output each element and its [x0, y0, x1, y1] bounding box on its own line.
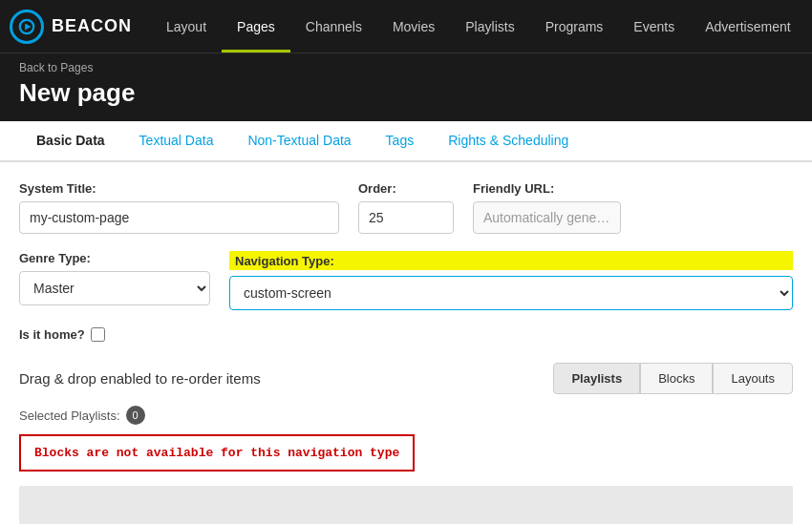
- logo: BEACON: [10, 10, 132, 44]
- genre-type-select[interactable]: Master: [19, 271, 210, 305]
- is-home-checkbox[interactable]: [91, 327, 105, 342]
- page-header: Back to Pages New page: [0, 52, 812, 121]
- is-home-label: Is it home?: [19, 327, 85, 342]
- tab-textual-data[interactable]: Textual Data: [122, 121, 231, 162]
- form-row-1: System Title: Order: Friendly URL: Autom…: [19, 181, 793, 234]
- nav-type-select[interactable]: custom-screen: [229, 276, 793, 310]
- nav-type-group: Navigation Type: custom-screen: [229, 251, 793, 310]
- top-navigation: BEACON Layout Pages Channels Movies Play…: [0, 0, 812, 52]
- selected-playlists-label: Selected Playlists:: [19, 409, 120, 423]
- order-label: Order:: [358, 181, 454, 196]
- tab-rights-scheduling[interactable]: Rights & Scheduling: [431, 121, 586, 162]
- system-title-group: System Title:: [19, 181, 339, 234]
- tabs-bar: Basic Data Textual Data Non-Textual Data…: [0, 121, 812, 162]
- nav-links: Layout Pages Channels Movies Playlists P…: [151, 0, 806, 52]
- friendly-url-value: Automatically generated b: [473, 201, 621, 234]
- bottom-content-area: [19, 486, 793, 524]
- order-input[interactable]: [358, 201, 454, 234]
- layouts-button[interactable]: Layouts: [713, 363, 793, 394]
- nav-item-movies[interactable]: Movies: [377, 0, 450, 52]
- tab-non-textual-data[interactable]: Non-Textual Data: [230, 121, 368, 162]
- drag-section-header: Drag & drop enabled to re-order items Pl…: [19, 363, 793, 394]
- blocks-button[interactable]: Blocks: [640, 363, 713, 394]
- system-title-label: System Title:: [19, 181, 339, 196]
- friendly-url-group: Friendly URL: Automatically generated b: [473, 181, 793, 234]
- logo-icon: [10, 10, 44, 44]
- selected-count-badge: 0: [126, 406, 145, 425]
- svg-marker-1: [25, 23, 31, 30]
- nav-item-pages[interactable]: Pages: [222, 0, 290, 52]
- logo-text: BEACON: [52, 16, 132, 36]
- genre-type-group: Genre Type: Master: [19, 251, 210, 305]
- nav-item-events[interactable]: Events: [618, 0, 690, 52]
- tab-tags[interactable]: Tags: [369, 121, 432, 162]
- nav-item-programs[interactable]: Programs: [530, 0, 619, 52]
- form-row-2: Genre Type: Master Navigation Type: cust…: [19, 251, 793, 310]
- nav-type-label: Navigation Type:: [235, 254, 334, 268]
- breadcrumb[interactable]: Back to Pages: [19, 61, 793, 74]
- view-toggle-buttons: Playlists Blocks Layouts: [553, 363, 793, 394]
- error-message-box: Blocks are not available for this naviga…: [19, 434, 415, 472]
- nav-item-channels[interactable]: Channels: [290, 0, 377, 52]
- friendly-url-label: Friendly URL:: [473, 181, 793, 196]
- selected-playlists-row: Selected Playlists: 0: [19, 406, 793, 425]
- genre-type-label: Genre Type:: [19, 251, 210, 265]
- is-home-row: Is it home?: [19, 327, 793, 342]
- playlists-button[interactable]: Playlists: [553, 363, 640, 394]
- error-message-text: Blocks are not available for this naviga…: [34, 446, 399, 460]
- order-group: Order:: [358, 181, 454, 234]
- nav-item-layout[interactable]: Layout: [151, 0, 222, 52]
- system-title-input[interactable]: [19, 201, 339, 234]
- nav-item-playlists[interactable]: Playlists: [450, 0, 529, 52]
- drag-label: Drag & drop enabled to re-order items: [19, 370, 261, 387]
- page-title: New page: [19, 78, 793, 108]
- tab-basic-data[interactable]: Basic Data: [19, 121, 122, 162]
- content-area: System Title: Order: Friendly URL: Autom…: [0, 162, 812, 524]
- nav-type-label-highlight: Navigation Type:: [229, 251, 793, 270]
- nav-item-advertisement[interactable]: Advertisement: [690, 0, 805, 52]
